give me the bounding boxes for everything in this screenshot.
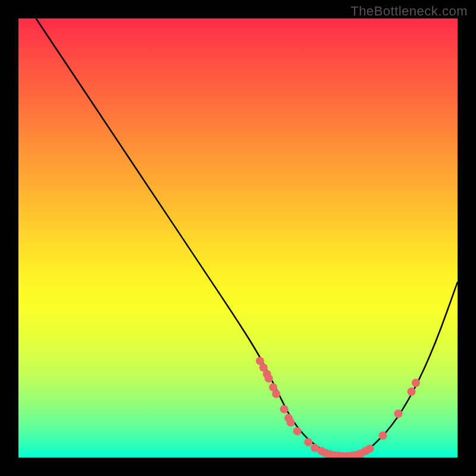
data-marker [265, 374, 273, 383]
data-marker [304, 438, 312, 446]
data-marker [272, 390, 280, 398]
bottleneck-curve [36, 18, 458, 456]
watermark-text: TheBottleneck.com [350, 4, 468, 19]
data-marker [379, 431, 387, 440]
data-marker [412, 379, 420, 387]
data-marker [408, 387, 416, 396]
data-marker [280, 405, 288, 414]
data-marker [287, 418, 295, 427]
data-marker [394, 409, 402, 418]
data-marker [293, 427, 302, 436]
data-marker [365, 444, 374, 453]
chart-svg [18, 18, 458, 458]
chart-plot-area [18, 18, 458, 458]
